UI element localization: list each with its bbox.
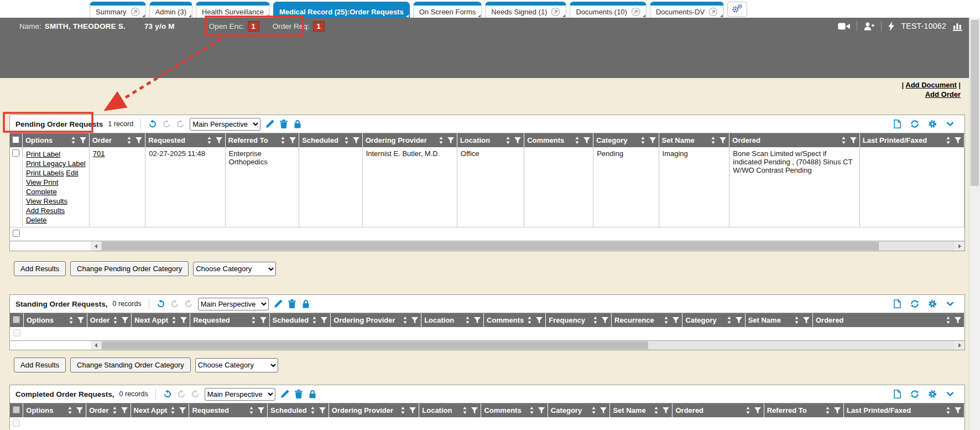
scrollbar-thumb[interactable] xyxy=(102,341,648,349)
column-header-set-name[interactable]: Set Name xyxy=(745,313,812,327)
filter-icon[interactable] xyxy=(536,317,543,324)
bar-chart-icon[interactable] xyxy=(953,22,963,31)
tab-medical-record-order-requests[interactable]: Medical Record (25):Order Requests xyxy=(273,2,410,18)
row-checkbox[interactable] xyxy=(13,230,20,237)
edit-perspective-pencil-icon[interactable] xyxy=(274,299,283,308)
row-checkbox[interactable] xyxy=(12,149,19,157)
scrollbar-thumb[interactable] xyxy=(102,242,879,250)
print-label-link[interactable]: Print Label xyxy=(26,150,60,158)
tab-needs-signed[interactable]: Needs Signed (1) xyxy=(485,2,566,18)
tab-summary[interactable]: Summary xyxy=(90,2,146,18)
column-header-order[interactable]: Order xyxy=(89,133,145,147)
column-header-location[interactable]: Location xyxy=(457,133,524,147)
column-header-comments[interactable]: Comments xyxy=(481,403,548,417)
video-camera-icon[interactable] xyxy=(838,22,850,30)
scrollbar-thumb[interactable] xyxy=(971,20,979,186)
sort-icon[interactable] xyxy=(249,407,254,414)
column-header-scheduled[interactable]: Scheduled xyxy=(268,403,329,417)
column-header-last-printed-faxed[interactable]: Last Printed/Faxed xyxy=(859,133,964,147)
filter-icon[interactable] xyxy=(411,317,418,324)
sort-icon[interactable] xyxy=(727,317,732,324)
sort-icon[interactable] xyxy=(640,137,645,144)
filter-icon[interactable] xyxy=(673,317,679,324)
column-header-recurrence[interactable]: Recurrence xyxy=(612,313,682,327)
scroll-right-arrow[interactable] xyxy=(955,241,965,251)
collapse-section-chevron-icon[interactable] xyxy=(946,299,955,308)
grid-settings-gear-icon[interactable] xyxy=(928,299,937,308)
filter-icon[interactable] xyxy=(955,407,961,414)
horizontal-scrollbar[interactable] xyxy=(9,241,965,251)
filter-icon[interactable] xyxy=(321,317,327,324)
choose-category-select[interactable]: Choose Category xyxy=(195,358,278,372)
delete-link[interactable]: Delete xyxy=(26,216,47,224)
perspective-select[interactable]: Main Perspective xyxy=(190,118,260,131)
filter-icon[interactable] xyxy=(649,137,656,144)
sort-icon[interactable] xyxy=(946,317,951,324)
filter-icon[interactable] xyxy=(260,317,267,324)
column-header-location[interactable]: Location xyxy=(419,403,481,417)
column-header-requested[interactable]: Requested xyxy=(190,313,269,327)
edit-perspective-pencil-icon[interactable] xyxy=(280,390,289,398)
tab-documents[interactable]: Documents (10) xyxy=(570,2,646,18)
delete-perspective-trash-icon[interactable] xyxy=(294,390,303,398)
sort-icon[interactable] xyxy=(400,407,405,414)
filter-icon[interactable] xyxy=(80,137,86,144)
grid-settings-gear-icon[interactable] xyxy=(928,120,937,128)
sort-icon[interactable] xyxy=(251,317,256,324)
sort-icon[interactable] xyxy=(825,407,830,414)
add-order-link[interactable]: Add Order xyxy=(925,90,961,99)
sort-icon[interactable] xyxy=(946,407,951,414)
sort-icon[interactable] xyxy=(593,317,598,324)
sort-icon[interactable] xyxy=(67,407,72,414)
filter-icon[interactable] xyxy=(663,407,669,414)
column-header-set-name[interactable]: Set Name xyxy=(610,403,673,417)
edit-perspective-pencil-icon[interactable] xyxy=(265,120,274,128)
filter-icon[interactable] xyxy=(514,137,521,144)
filter-icon[interactable] xyxy=(955,317,961,324)
sort-icon[interactable] xyxy=(664,317,669,324)
sort-icon[interactable] xyxy=(127,137,132,144)
filter-icon[interactable] xyxy=(135,137,142,144)
filter-icon[interactable] xyxy=(583,137,590,144)
open-in-new-window-icon[interactable] xyxy=(551,7,560,17)
print-legacy-label-link[interactable]: Print Legacy Label xyxy=(26,159,86,168)
refresh-icon[interactable] xyxy=(910,390,919,398)
vertical-scrollbar[interactable] xyxy=(969,18,980,430)
sort-icon[interactable] xyxy=(591,407,596,414)
column-header-options[interactable]: Options xyxy=(23,313,87,327)
collapse-section-chevron-icon[interactable] xyxy=(946,390,955,398)
refresh-icon[interactable] xyxy=(910,120,919,128)
filter-icon[interactable] xyxy=(76,407,83,414)
add-results-button[interactable]: Add Results xyxy=(14,261,66,276)
sort-icon[interactable] xyxy=(746,407,750,414)
sort-icon[interactable] xyxy=(403,317,408,324)
tab-health-surveillance[interactable]: Health Surveillance xyxy=(196,2,270,18)
column-header-ordered[interactable]: Ordered xyxy=(673,403,764,417)
sort-icon[interactable] xyxy=(575,137,580,144)
person-add-icon[interactable] xyxy=(864,22,874,30)
add-results-button[interactable]: Add Results xyxy=(14,358,66,372)
add-document-link[interactable]: Add Document xyxy=(905,81,956,89)
column-header-comments[interactable]: Comments xyxy=(524,133,593,147)
filter-icon[interactable] xyxy=(602,317,608,324)
new-document-icon[interactable] xyxy=(893,120,901,128)
sort-icon[interactable] xyxy=(654,407,659,414)
filter-icon[interactable] xyxy=(180,317,187,324)
sort-icon[interactable] xyxy=(207,137,212,144)
change-pending-order-category-button[interactable]: Change Pending Order Category xyxy=(70,261,189,276)
tab-admin[interactable]: Admin (3) xyxy=(149,2,192,18)
lightning-bolt-icon[interactable] xyxy=(888,22,894,31)
sort-icon[interactable] xyxy=(112,407,117,414)
column-header-category[interactable]: Category xyxy=(593,133,659,147)
undo-icon[interactable] xyxy=(163,390,172,398)
column-header-scheduled[interactable]: Scheduled xyxy=(269,313,331,327)
filter-icon[interactable] xyxy=(803,317,810,324)
column-header-order[interactable]: Order xyxy=(87,313,131,327)
filter-icon[interactable] xyxy=(77,317,84,324)
collapse-section-chevron-icon[interactable] xyxy=(946,120,955,128)
order-number-link[interactable]: 701 xyxy=(93,149,105,158)
sort-icon[interactable] xyxy=(465,317,470,324)
filter-icon[interactable] xyxy=(353,137,359,144)
grid-settings-gear-icon[interactable] xyxy=(928,390,937,398)
filter-icon[interactable] xyxy=(754,407,761,414)
